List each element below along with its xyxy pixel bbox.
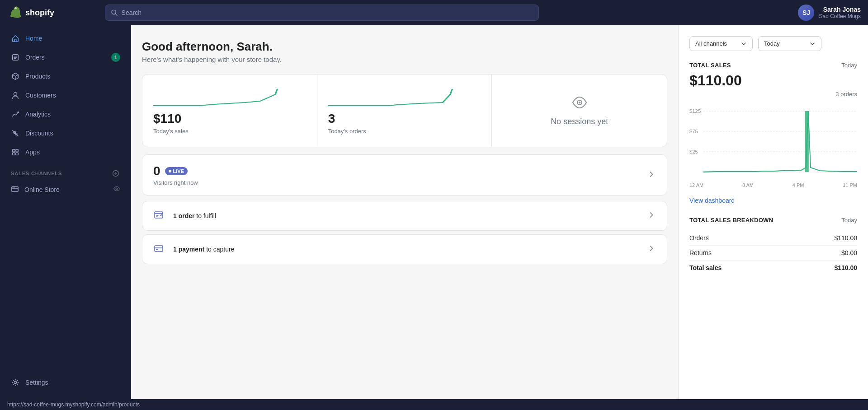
sidebar-label-orders: Orders	[25, 54, 45, 61]
online-store-label: Online Store	[24, 186, 60, 193]
breakdown-row-orders: Orders $110.00	[689, 231, 857, 246]
total-sales-value: $110.00	[689, 72, 857, 89]
sidebar-label-products: Products	[25, 73, 50, 80]
breakdown-value-returns: $0.00	[841, 249, 857, 256]
statusbar-url: https://sad-coffee-mugs.myshopify.com/ad…	[7, 401, 140, 408]
svg-text:$25: $25	[689, 149, 698, 154]
breakdown-value-orders: $110.00	[834, 234, 857, 242]
stat-card-sales[interactable]: $110 Today's sales	[142, 75, 317, 147]
svg-point-2	[14, 93, 17, 96]
payment-chevron-icon	[647, 244, 656, 255]
svg-rect-7	[16, 153, 18, 155]
customers-icon	[11, 91, 20, 100]
online-store-eye-icon[interactable]	[113, 185, 120, 194]
svg-rect-4	[13, 149, 15, 152]
stats-grid: $110 Today's sales 3 Today's orders	[142, 74, 667, 147]
orders-label: Today's orders	[328, 128, 366, 135]
visitors-count: 0	[153, 164, 160, 178]
user-info: Sarah Jonas Sad Coffee Mugs	[819, 6, 861, 19]
payment-rest: to capture	[204, 246, 234, 253]
breakdown-label-orders: Orders	[689, 234, 709, 242]
logo[interactable]: shopify	[7, 5, 98, 20]
svg-point-10	[13, 187, 14, 188]
fulfill-chevron-icon	[647, 210, 656, 221]
home-icon	[11, 34, 20, 43]
fulfill-icon	[153, 210, 166, 222]
payment-text: 1 payment to capture	[173, 246, 234, 253]
chart-label-11pm: 11 PM	[843, 182, 857, 188]
sidebar-label-apps: Apps	[25, 149, 40, 156]
logo-text: shopify	[25, 8, 54, 18]
sidebar-item-apps[interactable]: Apps	[4, 143, 127, 161]
sidebar-item-orders[interactable]: Orders 1	[4, 48, 127, 66]
user-name: Sarah Jonas	[819, 6, 861, 13]
online-store-icon	[11, 185, 19, 194]
action-card-payment[interactable]: 1 payment to capture	[142, 234, 667, 264]
fulfill-rest: to fulfill	[194, 212, 216, 219]
greeting-subtitle: Here's what's happening with your store …	[142, 56, 667, 63]
sales-value: $110	[153, 112, 181, 126]
chart-x-labels: 12 AM 8 AM 4 PM 11 PM	[689, 182, 857, 188]
sidebar-item-customers[interactable]: Customers	[4, 86, 127, 104]
visitors-card[interactable]: 0 LIVE Visitors right now	[142, 154, 667, 196]
payment-icon	[153, 243, 166, 256]
total-sales-period: Today	[841, 62, 857, 69]
greeting-title: Good afternoon, Sarah.	[142, 40, 667, 54]
live-badge: LIVE	[165, 167, 188, 175]
visitors-label: Visitors right now	[153, 179, 198, 186]
user-menu[interactable]: SJ Sarah Jonas Sad Coffee Mugs	[798, 5, 861, 21]
topbar: shopify SJ Sarah Jonas Sad Coffee Mugs	[0, 0, 868, 25]
svg-rect-17	[155, 246, 163, 252]
breakdown-label-returns: Returns	[689, 249, 712, 256]
sidebar-label-home: Home	[25, 35, 42, 42]
add-channel-icon[interactable]	[111, 169, 120, 178]
search-bar[interactable]	[105, 5, 539, 21]
chevron-down-icon-2	[809, 41, 816, 47]
period-dropdown[interactable]: Today	[758, 36, 821, 51]
action-card-fulfill[interactable]: 1 order to fulfill	[142, 201, 667, 231]
app-body: Home Orders 1 Products	[0, 25, 868, 399]
sales-channels-label: SALES CHANNELS	[11, 171, 62, 176]
channels-dropdown-label: All channels	[695, 40, 727, 47]
sidebar-item-online-store[interactable]: Online Store	[4, 180, 127, 199]
main-content: Good afternoon, Sarah. Here's what's hap…	[131, 25, 678, 399]
view-dashboard-link[interactable]: View dashboard	[689, 197, 857, 204]
orders-mini-chart	[328, 85, 481, 108]
chart-label-8am: 8 AM	[742, 182, 754, 188]
total-sales-orders: 3 orders	[835, 91, 857, 98]
sidebar-item-settings[interactable]: Settings	[4, 373, 127, 391]
sidebar-item-products[interactable]: Products	[4, 67, 127, 85]
svg-rect-5	[16, 149, 18, 152]
sessions-value: No sessions yet	[551, 117, 608, 126]
svg-rect-18	[156, 249, 158, 250]
svg-rect-26	[805, 111, 809, 172]
total-sales-title: TOTAL SALES	[689, 62, 731, 69]
eye-sessions-icon	[571, 93, 589, 113]
channels-dropdown[interactable]: All channels	[689, 36, 753, 51]
user-store: Sad Coffee Mugs	[819, 13, 861, 19]
visitors-info: 0 LIVE Visitors right now	[153, 164, 198, 186]
chart-label-4pm: 4 PM	[793, 182, 804, 188]
apps-icon	[11, 148, 20, 157]
analytics-icon	[11, 110, 20, 119]
products-icon	[11, 72, 20, 81]
statusbar: https://sad-coffee-mugs.myshopify.com/ad…	[0, 399, 868, 410]
breakdown-header: TOTAL SALES BREAKDOWN Today	[689, 217, 857, 224]
sidebar-item-home[interactable]: Home	[4, 29, 127, 47]
sales-mini-chart	[153, 85, 306, 108]
live-dot	[169, 170, 171, 172]
sidebar-label-settings: Settings	[25, 379, 48, 386]
sidebar-item-discounts[interactable]: Discounts	[4, 124, 127, 142]
svg-point-15	[579, 102, 580, 103]
search-input[interactable]	[122, 9, 533, 16]
stat-card-orders[interactable]: 3 Today's orders	[317, 75, 492, 147]
payment-count: 1 payment	[173, 246, 204, 253]
svg-point-3	[18, 112, 19, 113]
right-panel: All channels Today TOTAL SALES Today $11…	[678, 25, 868, 399]
period-dropdown-label: Today	[764, 40, 780, 47]
sales-chart: $125 $75 $25	[689, 107, 857, 179]
sidebar: Home Orders 1 Products	[0, 25, 131, 399]
breakdown-row-returns: Returns $0.00	[689, 246, 857, 261]
stat-card-sessions[interactable]: No sessions yet	[492, 75, 667, 147]
sidebar-item-analytics[interactable]: Analytics	[4, 105, 127, 123]
